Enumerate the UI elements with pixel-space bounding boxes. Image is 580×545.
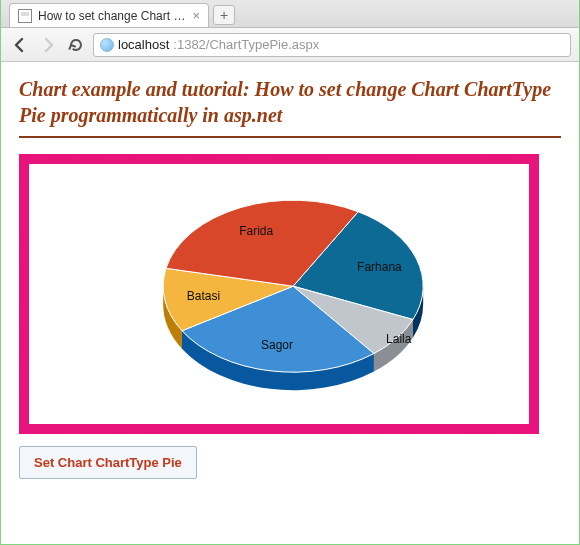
- plus-icon: +: [220, 7, 228, 23]
- pie-slice-label: Laila: [386, 332, 411, 346]
- arrow-right-icon: [40, 37, 56, 53]
- close-icon[interactable]: ×: [192, 8, 200, 23]
- page-title: Chart example and tutorial: How to set c…: [19, 76, 561, 128]
- tab-title: How to set change Chart C...: [38, 9, 186, 23]
- tab-strip: How to set change Chart C... × +: [1, 0, 579, 28]
- pie-slice-label: Farida: [239, 224, 273, 238]
- globe-icon: [100, 38, 114, 52]
- page-content: Chart example and tutorial: How to set c…: [1, 62, 579, 493]
- forward-button[interactable]: [37, 34, 59, 56]
- pie-slice-label: Sagor: [261, 338, 293, 352]
- browser-tab[interactable]: How to set change Chart C... ×: [9, 3, 209, 27]
- set-chart-type-button[interactable]: Set Chart ChartType Pie: [19, 446, 197, 479]
- back-button[interactable]: [9, 34, 31, 56]
- reload-icon: [68, 37, 84, 53]
- url-path: :1382/ChartTypePie.aspx: [173, 37, 319, 52]
- divider: [19, 136, 561, 138]
- chart-frame: FarhanaLailaSagorBatasiFarida: [19, 154, 539, 434]
- page-favicon: [18, 9, 32, 23]
- pie-slice-label: Farhana: [357, 260, 402, 274]
- url-host: localhost: [118, 37, 169, 52]
- reload-button[interactable]: [65, 34, 87, 56]
- button-label: Set Chart ChartType Pie: [34, 455, 182, 470]
- toolbar: localhost:1382/ChartTypePie.aspx: [1, 28, 579, 62]
- address-bar[interactable]: localhost:1382/ChartTypePie.aspx: [93, 33, 571, 57]
- arrow-left-icon: [12, 37, 28, 53]
- pie-chart: FarhanaLailaSagorBatasiFarida: [29, 164, 529, 424]
- pie-slice-label: Batasi: [187, 289, 220, 303]
- new-tab-button[interactable]: +: [213, 5, 235, 25]
